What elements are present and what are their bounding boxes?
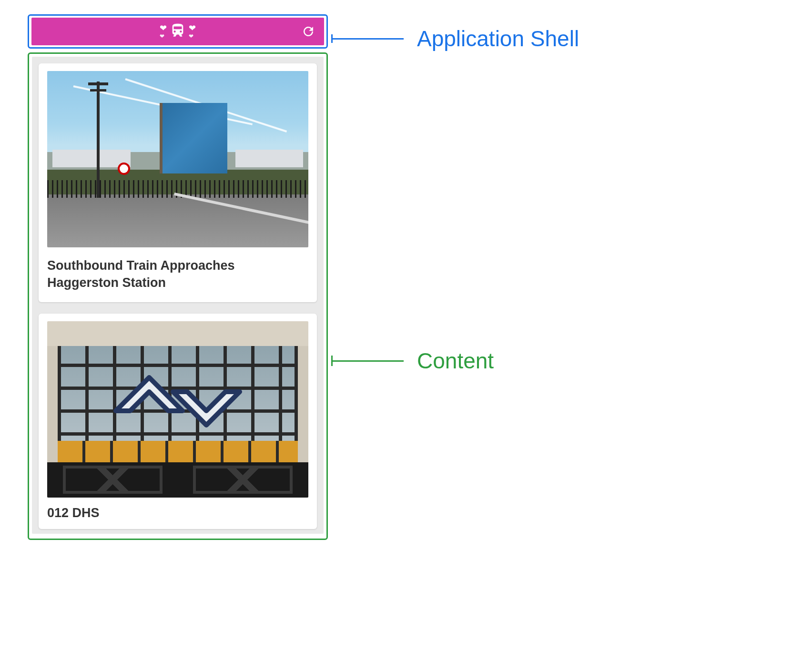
app-header: ❤❤ ❤❤ bbox=[31, 18, 324, 45]
refresh-icon bbox=[301, 24, 315, 39]
card-image bbox=[47, 321, 308, 498]
annotation-content: Content bbox=[331, 348, 494, 374]
brand-logo: ❤❤ ❤❤ bbox=[160, 22, 196, 41]
train-icon bbox=[170, 22, 186, 41]
card-title: Southbound Train Approaches Haggerston S… bbox=[47, 257, 308, 292]
application-shell-region: ❤❤ ❤❤ bbox=[28, 14, 328, 49]
hearts-left-icon: ❤❤ bbox=[160, 24, 167, 39]
ns-logo-icon bbox=[106, 366, 249, 439]
content-region: Southbound Train Approaches Haggerston S… bbox=[28, 52, 328, 540]
annotation-shell: Application Shell bbox=[331, 26, 579, 51]
card-title: 012 DHS bbox=[47, 504, 308, 521]
card-image bbox=[47, 71, 308, 247]
refresh-button[interactable] bbox=[301, 24, 315, 39]
card-list[interactable]: Southbound Train Approaches Haggerston S… bbox=[32, 57, 324, 534]
app-mockup: ❤❤ ❤❤ bbox=[28, 14, 328, 540]
hearts-right-icon: ❤❤ bbox=[189, 24, 196, 39]
annotation-shell-label: Application Shell bbox=[417, 26, 579, 51]
content-card[interactable]: 012 DHS bbox=[39, 314, 317, 529]
content-card[interactable]: Southbound Train Approaches Haggerston S… bbox=[39, 63, 317, 302]
annotation-content-label: Content bbox=[417, 348, 494, 374]
